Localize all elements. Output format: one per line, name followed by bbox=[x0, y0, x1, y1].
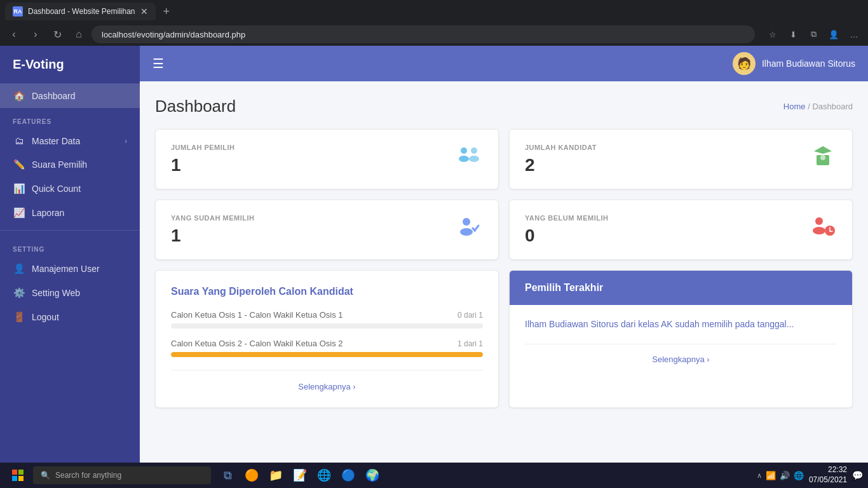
votes-card-title: Suara Yang Diperoleh Calon Kandidat bbox=[171, 286, 483, 297]
pemilih-selengkapnya-link[interactable]: Selengkapnya › bbox=[652, 355, 709, 364]
taskbar-search[interactable]: 🔍 Search for anything bbox=[33, 466, 211, 484]
sidebar-item-quick-count[interactable]: 📊 Quick Count bbox=[0, 177, 140, 201]
sidebar-item-label-quick-count: Quick Count bbox=[32, 184, 81, 194]
active-tab[interactable]: RA Dashboard - Website Pemilihan ✕ bbox=[5, 3, 156, 20]
dashboard-icon: 🏠 bbox=[13, 90, 25, 102]
forward-button[interactable]: › bbox=[27, 25, 44, 43]
stat-card-belum-memilih: YANG BELUM MEMILIH 0 bbox=[509, 200, 853, 260]
search-icon: 🔍 bbox=[41, 471, 50, 480]
collections-icon[interactable]: ⧉ bbox=[804, 25, 822, 43]
stat-info-kandidat: JUMLAH KANDIDAT 2 bbox=[525, 144, 597, 175]
breadcrumb-home[interactable]: Home bbox=[783, 102, 806, 111]
manajemen-user-icon: 👤 bbox=[13, 263, 25, 274]
laporan-icon: 📈 bbox=[13, 207, 25, 219]
taskbar-apps: ⧉ 🟠 📁 📝 🌐 🔵 🌍 bbox=[216, 464, 384, 487]
taskbar-app-taskview[interactable]: ⧉ bbox=[216, 464, 239, 487]
main-area: ☰ 🧑 Ilham Budiawan Sitorus Dashboard Hom… bbox=[140, 46, 868, 463]
quick-count-icon: 📊 bbox=[13, 183, 25, 194]
sidebar-item-label-suara-pemilih: Suara Pemilih bbox=[32, 159, 87, 170]
sidebar-item-master-data[interactable]: 🗂 Master Data › bbox=[0, 129, 140, 152]
person-clock-icon bbox=[809, 213, 837, 247]
taskbar-app-explorer[interactable]: 📁 bbox=[264, 464, 287, 487]
taskbar-tray: ∧ 📶 🔊 🌐 22:32 07/05/2021 💬 bbox=[757, 465, 863, 485]
sidebar-item-laporan[interactable]: 📈 Laporan bbox=[0, 201, 140, 225]
taskbar-datetime[interactable]: 22:32 07/05/2021 bbox=[809, 465, 847, 485]
stat-value-pemilih: 1 bbox=[171, 155, 235, 175]
votes-selengkapnya-link[interactable]: Selengkapnya › bbox=[298, 382, 355, 391]
svg-rect-15 bbox=[18, 470, 24, 475]
tray-icons: ∧ 📶 🔊 🌐 bbox=[757, 471, 804, 480]
candidate-label-row-1: Calon Ketua Osis 1 - Calon Wakil Ketua O… bbox=[171, 310, 483, 320]
features-label: FEATURES bbox=[0, 108, 140, 129]
stat-value-belum: 0 bbox=[525, 226, 608, 246]
sidebar-item-label-laporan: Laporan bbox=[32, 208, 64, 218]
stat-info-belum: YANG BELUM MEMILIH 0 bbox=[525, 214, 608, 246]
sidebar-item-suara-pemilih[interactable]: ✏️ Suara Pemilih bbox=[0, 152, 140, 177]
pemilih-terakhir-card: Pemilih Terakhir Ilham Budiawan Sitorus … bbox=[509, 270, 853, 408]
more-options-icon[interactable]: … bbox=[845, 25, 863, 43]
sidebar-item-setting-web[interactable]: ⚙️ Setting Web bbox=[0, 281, 140, 305]
svg-point-9 bbox=[815, 217, 823, 225]
nav-actions: ☆ ⬇ ⧉ 👤 … bbox=[764, 25, 863, 43]
back-button[interactable]: ‹ bbox=[5, 25, 23, 43]
user-name: Ilham Budiawan Sitorus bbox=[762, 58, 855, 69]
stat-info-pemilih: JUMLAH PEMILIH 1 bbox=[171, 144, 235, 175]
sidebar-item-dashboard[interactable]: 🏠 Dashboard bbox=[0, 84, 140, 108]
stat-card-jumlah-pemilih: JUMLAH PEMILIH 1 bbox=[155, 129, 499, 189]
stat-card-sudah-memilih: YANG SUDAH MEMILIH 1 bbox=[155, 200, 499, 260]
browser-chrome: RA Dashboard - Website Pemilihan ✕ + ‹ ›… bbox=[0, 0, 868, 46]
taskbar-date-display: 07/05/2021 bbox=[809, 475, 847, 485]
page-title: Dashboard bbox=[155, 97, 236, 116]
logout-icon: 🚪 bbox=[13, 311, 25, 323]
graduate-icon bbox=[809, 142, 837, 176]
svg-marker-5 bbox=[814, 146, 832, 154]
taskbar-app-edge[interactable]: 🌐 bbox=[313, 464, 336, 487]
tab-close-btn[interactable]: ✕ bbox=[140, 6, 148, 17]
setting-label: SETTING bbox=[0, 236, 140, 257]
taskbar: 🔍 Search for anything ⧉ 🟠 📁 📝 🌐 🔵 🌍 ∧ 📶 … bbox=[0, 463, 868, 488]
candidate-label-1: Calon Ketua Osis 1 - Calon Wakil Ketua O… bbox=[171, 310, 342, 320]
svg-point-6 bbox=[820, 155, 825, 160]
bottom-grid: Suara Yang Diperoleh Calon Kandidat Calo… bbox=[155, 270, 853, 408]
svg-point-2 bbox=[459, 156, 469, 162]
taskbar-app-other[interactable]: 🌍 bbox=[361, 464, 384, 487]
menu-toggle-button[interactable]: ☰ bbox=[153, 56, 164, 71]
svg-point-3 bbox=[469, 156, 479, 162]
notification-icon[interactable]: 💬 bbox=[852, 470, 863, 480]
profile-icon[interactable]: 👤 bbox=[825, 25, 843, 43]
chevron-right-icon: › bbox=[125, 137, 127, 146]
address-bar[interactable] bbox=[92, 25, 755, 43]
download-icon[interactable]: ⬇ bbox=[784, 25, 802, 43]
start-button[interactable] bbox=[5, 465, 31, 485]
svg-point-8 bbox=[460, 228, 473, 236]
new-tab-button[interactable]: + bbox=[158, 3, 175, 21]
candidate-label-2: Calon Ketua Osis 2 - Calon Wakil Ketua O… bbox=[171, 339, 342, 348]
sidebar-item-label-manajemen-user: Manajemen User bbox=[32, 264, 100, 274]
home-button[interactable]: ⌂ bbox=[70, 25, 88, 43]
sidebar-item-logout[interactable]: 🚪 Logout bbox=[0, 305, 140, 329]
votes-card: Suara Yang Diperoleh Calon Kandidat Calo… bbox=[155, 270, 499, 408]
setting-web-icon: ⚙️ bbox=[13, 287, 25, 299]
tray-volume-icon: 🔊 bbox=[780, 471, 790, 480]
progress-bar-fill-2 bbox=[171, 352, 483, 357]
stat-label-pemilih: JUMLAH PEMILIH bbox=[171, 144, 235, 151]
candidate-label-row-2: Calon Ketua Osis 2 - Calon Wakil Ketua O… bbox=[171, 339, 483, 348]
sidebar-item-label-master-data: Master Data bbox=[32, 136, 80, 146]
pemilih-card-header: Pemilih Terakhir bbox=[510, 271, 852, 305]
taskbar-app-chrome[interactable]: 🔵 bbox=[337, 464, 360, 487]
reload-button[interactable]: ↻ bbox=[48, 25, 66, 43]
stat-label-kandidat: JUMLAH KANDIDAT bbox=[525, 144, 597, 151]
svg-rect-16 bbox=[12, 476, 17, 481]
taskbar-app-heidisql[interactable]: 🟠 bbox=[240, 464, 263, 487]
suara-pemilih-icon: ✏️ bbox=[13, 159, 25, 170]
taskbar-app-sublime[interactable]: 📝 bbox=[288, 464, 311, 487]
tray-network-icon: 🌐 bbox=[794, 471, 804, 480]
stat-card-jumlah-kandidat: JUMLAH KANDIDAT 2 bbox=[509, 129, 853, 189]
progress-bar-bg-2 bbox=[171, 352, 483, 357]
tray-up-icon[interactable]: ∧ bbox=[757, 471, 762, 480]
star-icon[interactable]: ☆ bbox=[764, 25, 782, 43]
sidebar-item-manajemen-user[interactable]: 👤 Manajemen User bbox=[0, 257, 140, 281]
sidebar-item-label-logout: Logout bbox=[32, 312, 59, 322]
person-check-icon bbox=[455, 213, 483, 247]
topbar-user: 🧑 Ilham Budiawan Sitorus bbox=[733, 52, 855, 75]
